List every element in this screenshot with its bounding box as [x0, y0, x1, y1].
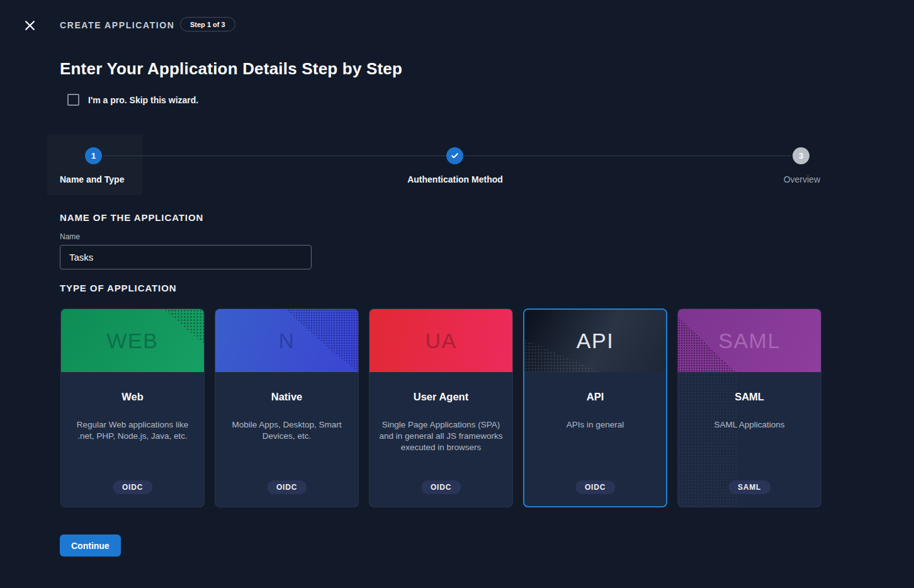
step-badge: Step 1 of 3 — [180, 17, 235, 31]
step-1-number: 1 — [91, 151, 96, 161]
api-banner-text: API — [577, 329, 614, 353]
protocol-badge: OIDC — [113, 480, 152, 494]
card-description: Regular Web applications like .net, PHP,… — [70, 419, 195, 442]
protocol-badge: OIDC — [267, 480, 307, 494]
wizard-heading: Enter Your Application Details Step by S… — [60, 59, 402, 79]
native-card-body: Native Mobile Apps, Desktop, Smart Devic… — [215, 372, 358, 507]
native-banner-text: N — [278, 329, 295, 353]
step-2-indicator — [446, 147, 463, 164]
step-1-label: Name and Type — [60, 174, 124, 184]
close-icon — [24, 20, 36, 31]
user-agent-banner-text: UA — [425, 329, 456, 353]
protocol-badge: OIDC — [421, 480, 461, 494]
stepper-connector — [464, 155, 791, 156]
step-3-indicator: 3 — [793, 147, 810, 164]
type-section-heading: TYPE OF APPLICATION — [60, 283, 176, 293]
card-title: API — [533, 391, 657, 403]
card-description: Mobile Apps, Desktop, Smart Devices, etc… — [224, 419, 349, 442]
protocol-badge: SAML — [728, 480, 770, 494]
create-application-wizard: CREATE APPLICATION Step 1 of 3 Enter You… — [0, 0, 914, 588]
application-type-cards: WEB Web Regular Web applications like .n… — [60, 308, 821, 507]
skip-wizard-checkbox-row[interactable]: I'm a pro. Skip this wizard. — [67, 94, 198, 106]
card-title: User Agent — [378, 391, 504, 403]
user-agent-card-banner: UA — [370, 309, 512, 372]
active-step-highlight — [47, 135, 143, 195]
dot-texture — [257, 309, 358, 372]
card-description: SAML Applications — [687, 419, 812, 431]
step-1-indicator: 1 — [85, 147, 102, 164]
app-type-card-user-agent[interactable]: UA User Agent Single Page Applications (… — [369, 308, 513, 507]
card-title: SAML — [687, 391, 812, 403]
stepper-connector — [103, 155, 446, 156]
user-agent-card-body: User Agent Single Page Applications (SPA… — [370, 372, 512, 507]
dot-texture — [155, 309, 204, 344]
card-title: Web — [70, 391, 195, 403]
web-card-body: Web Regular Web applications like .net, … — [61, 372, 204, 507]
saml-banner-text: SAML — [718, 329, 781, 353]
card-description: Single Page Applications (SPA) and in ge… — [378, 419, 504, 453]
app-type-card-api[interactable]: API API APIs in general OIDC — [523, 308, 667, 507]
native-card-banner: N — [215, 309, 358, 372]
application-name-input[interactable] — [60, 245, 312, 269]
skip-wizard-label: I'm a pro. Skip this wizard. — [88, 95, 198, 105]
web-card-banner: WEB — [61, 309, 204, 372]
api-card-banner: API — [524, 310, 666, 372]
web-banner-text: WEB — [107, 329, 159, 353]
app-type-card-saml[interactable]: SAML SAML SAML Applications SAML — [677, 308, 821, 507]
name-field-label: Name — [60, 232, 80, 241]
card-description: APIs in general — [533, 419, 657, 431]
continue-button[interactable]: Continue — [60, 534, 121, 557]
step-2-label: Authentication Method — [329, 174, 581, 184]
page-title: CREATE APPLICATION — [60, 20, 175, 30]
card-title: Native — [224, 391, 349, 403]
close-button[interactable] — [21, 17, 38, 33]
step-3-label: Overview — [694, 174, 820, 184]
name-section-heading: NAME OF THE APPLICATION — [60, 212, 203, 223]
protocol-badge: OIDC — [575, 480, 615, 494]
saml-card-body: SAML SAML Applications SAML — [678, 372, 821, 507]
app-type-card-native[interactable]: N Native Mobile Apps, Desktop, Smart Dev… — [215, 308, 359, 507]
api-card-body: API APIs in general OIDC — [524, 372, 666, 507]
step-3-number: 3 — [799, 151, 803, 161]
check-icon — [451, 152, 459, 160]
app-type-card-web[interactable]: WEB Web Regular Web applications like .n… — [60, 308, 205, 507]
saml-card-banner: SAML — [678, 309, 821, 372]
skip-wizard-checkbox[interactable] — [67, 94, 79, 106]
